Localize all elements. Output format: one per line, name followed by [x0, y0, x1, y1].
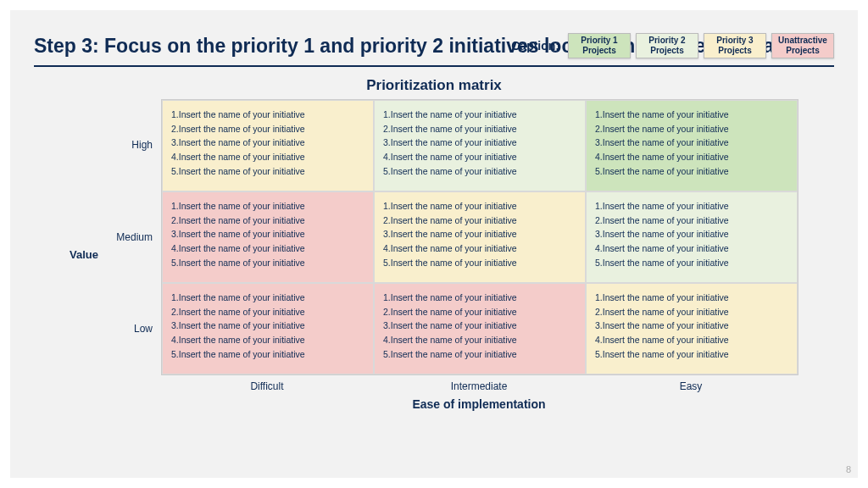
- legend-text: Projects: [650, 46, 683, 56]
- cell-high-intermediate: 1.Insert the name of your initiative 2.I…: [374, 100, 586, 191]
- slide: Step 3: Focus on the priority 1 and prio…: [10, 10, 858, 478]
- list-item: 5.Insert the name of your initiative: [171, 347, 364, 362]
- col-labels: Difficult Intermediate Easy: [161, 380, 798, 392]
- y-axis-label: Value: [70, 248, 98, 261]
- legend-text: Projects: [718, 46, 751, 56]
- row-label-low: Low: [107, 283, 153, 374]
- cell-low-difficult: 1.Insert the name of your initiative 2.I…: [162, 283, 374, 374]
- list-item: 2.Insert the name of your initiative: [383, 305, 576, 319]
- legend-text: Priority 1: [581, 36, 617, 46]
- grid-body: High Medium Low 1.Insert the name of you…: [107, 99, 798, 375]
- row-labels: High Medium Low: [107, 99, 153, 375]
- list-item: 1.Insert the name of your initiative: [383, 199, 576, 214]
- legend-text: Priority 3: [716, 36, 753, 46]
- caption-label: Caption:: [511, 39, 559, 53]
- col-label-difficult: Difficult: [161, 380, 373, 392]
- list-item: 1.Insert the name of your initiative: [171, 108, 364, 122]
- list-item: 3.Insert the name of your initiative: [383, 227, 576, 241]
- list-item: 5.Insert the name of your initiative: [383, 164, 576, 179]
- list-item: 2.Insert the name of your initiative: [595, 305, 788, 319]
- legend-text: Projects: [582, 46, 615, 56]
- matrix-area: Value High Medium Low 1.Insert the name …: [34, 99, 834, 411]
- list-item: 1.Insert the name of your initiative: [171, 291, 364, 305]
- list-item: 1.Insert the name of your initiative: [383, 108, 576, 122]
- list-item: 2.Insert the name of your initiative: [595, 214, 788, 228]
- list-item: 4.Insert the name of your initiative: [171, 241, 364, 256]
- header: Step 3: Focus on the priority 1 and prio…: [34, 34, 834, 67]
- cell-low-easy: 1.Insert the name of your initiative 2.I…: [586, 283, 798, 374]
- list-item: 4.Insert the name of your initiative: [383, 241, 576, 256]
- col-label-easy: Easy: [585, 380, 797, 392]
- legend-unattractive: Unattractive Projects: [771, 33, 834, 58]
- list-item: 4.Insert the name of your initiative: [171, 150, 364, 164]
- col-label-intermediate: Intermediate: [373, 380, 585, 392]
- list-item: 1.Insert the name of your initiative: [595, 199, 788, 214]
- list-item: 3.Insert the name of your initiative: [171, 319, 364, 333]
- list-item: 4.Insert the name of your initiative: [595, 150, 788, 164]
- list-item: 3.Insert the name of your initiative: [595, 319, 788, 333]
- list-item: 4.Insert the name of your initiative: [595, 241, 788, 256]
- grid-wrap: High Medium Low 1.Insert the name of you…: [107, 99, 798, 411]
- list-item: 3.Insert the name of your initiative: [595, 227, 788, 241]
- list-item: 3.Insert the name of your initiative: [383, 319, 576, 333]
- list-item: 2.Insert the name of your initiative: [595, 122, 788, 136]
- list-item: 5.Insert the name of your initiative: [171, 164, 364, 179]
- list-item: 5.Insert the name of your initiative: [171, 256, 364, 270]
- x-axis-label: Ease of implementation: [161, 397, 797, 411]
- list-item: 4.Insert the name of your initiative: [595, 333, 788, 347]
- list-item: 3.Insert the name of your initiative: [595, 136, 788, 150]
- list-item: 2.Insert the name of your initiative: [171, 214, 364, 228]
- list-item: 1.Insert the name of your initiative: [171, 199, 364, 214]
- cell-high-easy: 1.Insert the name of your initiative 2.I…: [586, 100, 798, 191]
- list-item: 4.Insert the name of your initiative: [171, 333, 364, 347]
- list-item: 3.Insert the name of your initiative: [383, 136, 576, 150]
- legend-text: Unattractive: [778, 36, 827, 46]
- page-number: 8: [846, 464, 851, 474]
- cell-low-intermediate: 1.Insert the name of your initiative 2.I…: [374, 283, 586, 374]
- list-item: 5.Insert the name of your initiative: [383, 256, 576, 270]
- list-item: 2.Insert the name of your initiative: [171, 122, 364, 136]
- legend-text: Projects: [786, 46, 819, 56]
- legend-text: Priority 2: [648, 36, 685, 46]
- matrix-title: Prioritization matrix: [34, 77, 834, 94]
- list-item: 2.Insert the name of your initiative: [383, 122, 576, 136]
- list-item: 4.Insert the name of your initiative: [383, 150, 576, 164]
- row-label-high: High: [107, 99, 153, 191]
- legend-priority-3: Priority 3 Projects: [704, 33, 766, 58]
- cell-medium-intermediate: 1.Insert the name of your initiative 2.I…: [374, 191, 586, 283]
- list-item: 5.Insert the name of your initiative: [595, 347, 788, 362]
- list-item: 4.Insert the name of your initiative: [383, 333, 576, 347]
- legend-row: Caption: Priority 1 Projects Priority 2 …: [511, 33, 834, 58]
- list-item: 3.Insert the name of your initiative: [171, 227, 364, 241]
- list-item: 3.Insert the name of your initiative: [171, 136, 364, 150]
- list-item: 5.Insert the name of your initiative: [595, 164, 788, 179]
- list-item: 5.Insert the name of your initiative: [595, 256, 788, 270]
- list-item: 5.Insert the name of your initiative: [383, 347, 576, 362]
- list-item: 1.Insert the name of your initiative: [383, 291, 576, 305]
- cell-medium-easy: 1.Insert the name of your initiative 2.I…: [586, 191, 798, 283]
- cell-medium-difficult: 1.Insert the name of your initiative 2.I…: [162, 191, 374, 283]
- list-item: 1.Insert the name of your initiative: [595, 108, 788, 122]
- matrix-grid: 1.Insert the name of your initiative 2.I…: [161, 99, 798, 375]
- legend-priority-2: Priority 2 Projects: [636, 33, 698, 58]
- legend-priority-1: Priority 1 Projects: [568, 33, 631, 58]
- cell-high-difficult: 1.Insert the name of your initiative 2.I…: [162, 100, 374, 191]
- row-label-medium: Medium: [107, 191, 153, 283]
- list-item: 2.Insert the name of your initiative: [171, 305, 364, 319]
- list-item: 2.Insert the name of your initiative: [383, 214, 576, 228]
- list-item: 1.Insert the name of your initiative: [595, 291, 788, 305]
